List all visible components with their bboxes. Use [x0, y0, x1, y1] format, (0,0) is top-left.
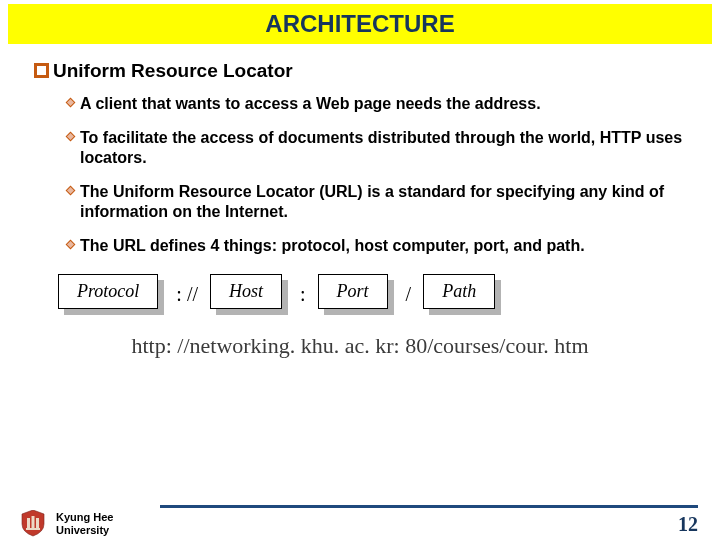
colon-separator: :	[296, 283, 310, 306]
list-item: A client that wants to access a Web page…	[64, 94, 686, 114]
protocol-label: Protocol	[58, 274, 158, 309]
slide-title-band: ARCHITECTURE	[8, 4, 712, 44]
port-label: Port	[318, 274, 388, 309]
content-area: Uniform Resource Locator A client that w…	[0, 60, 720, 359]
svg-rect-2	[36, 518, 39, 528]
bullet-text: The URL defines 4 things: protocol, host…	[80, 236, 686, 256]
svg-rect-0	[27, 518, 30, 528]
path-label: Path	[423, 274, 495, 309]
page-number: 12	[678, 513, 698, 536]
slide: ARCHITECTURE Uniform Resource Locator A …	[0, 4, 720, 540]
svg-rect-1	[32, 516, 35, 528]
slash-separator: /	[402, 283, 416, 306]
bullet-text: To facilitate the access of documents di…	[80, 128, 686, 168]
bullet-list: A client that wants to access a Web page…	[34, 94, 686, 256]
section-heading-row: Uniform Resource Locator	[34, 60, 686, 82]
university-name: Kyung Hee University	[56, 511, 113, 536]
diamond-bullet-icon	[64, 97, 78, 111]
university-line1: Kyung Hee	[56, 511, 113, 524]
host-label: Host	[210, 274, 282, 309]
square-bullet-icon	[34, 63, 49, 78]
scheme-separator: : //	[172, 283, 202, 306]
bullet-text: The Uniform Resource Locator (URL) is a …	[80, 182, 686, 222]
svg-rect-3	[26, 528, 40, 530]
url-structure-diagram: Protocol : // Host : Port / Path	[58, 274, 686, 315]
path-box: Path	[423, 274, 501, 315]
footer-rule	[160, 505, 698, 508]
section-heading: Uniform Resource Locator	[53, 60, 293, 82]
bullet-text: A client that wants to access a Web page…	[80, 94, 686, 114]
slide-title: ARCHITECTURE	[265, 10, 454, 37]
university-line2: University	[56, 524, 113, 537]
port-box: Port	[318, 274, 394, 315]
diamond-bullet-icon	[64, 239, 78, 253]
list-item: The URL defines 4 things: protocol, host…	[64, 236, 686, 256]
university-logo-icon	[18, 510, 48, 538]
slide-footer: Kyung Hee University 12	[0, 510, 720, 538]
host-box: Host	[210, 274, 288, 315]
list-item: The Uniform Resource Locator (URL) is a …	[64, 182, 686, 222]
list-item: To facilitate the access of documents di…	[64, 128, 686, 168]
diamond-bullet-icon	[64, 131, 78, 145]
example-url: http: //networking. khu. ac. kr: 80/cour…	[34, 333, 686, 359]
footer-inner: Kyung Hee University	[18, 510, 702, 538]
protocol-box: Protocol	[58, 274, 164, 315]
diamond-bullet-icon	[64, 185, 78, 199]
